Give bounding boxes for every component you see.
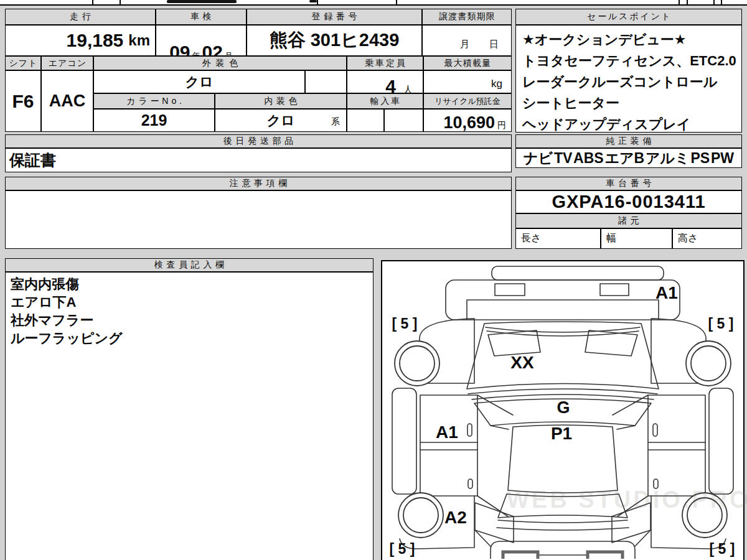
mileage-header: 走行	[5, 9, 156, 25]
inspector-line: ルーフラッピング	[11, 329, 368, 347]
equipment-item: PW	[711, 150, 734, 167]
registration-header: 登録番号	[247, 9, 422, 25]
tire-depth-rear-left: [ 5 ]	[390, 541, 415, 557]
mileage-value-cell: 19,185 km	[5, 25, 156, 56]
equipment-item: ナビ	[524, 149, 553, 168]
inspector-line: エアロ下A	[11, 293, 368, 311]
chassis-header: 車台番号	[515, 177, 742, 190]
later-shipping-value: 保証書	[5, 148, 512, 172]
exterior-color-value: クロ	[93, 70, 305, 93]
shift-header: シフト	[5, 56, 41, 70]
tire-depth-front-right: [ 5 ]	[708, 315, 734, 332]
spec-length-cell: 長さ	[515, 228, 601, 249]
inspector-line: 室内内張傷	[11, 275, 368, 293]
sales-point-line: ヘッドアップディスプレイ	[522, 114, 736, 135]
capacity-header: 乗車定員	[347, 56, 423, 70]
interior-color-cell: クロ 系	[215, 109, 347, 132]
interior-color-value: クロ	[266, 111, 294, 130]
spec-height-cell: 高さ	[672, 228, 742, 249]
equipment-header: 純正装備	[515, 134, 742, 148]
car-damage-diagram: WEB STUDIO.PRO	[381, 260, 745, 560]
exterior-color-header: 外装色	[93, 56, 347, 70]
spec-width-cell: 幅	[601, 228, 672, 249]
max-load-unit: kg	[491, 78, 502, 90]
car-outline-svg: A1 XX G P1 A1 A2 [ 5 ] [ 5 ] [ 5 ] [ 5 ]	[382, 261, 743, 559]
exterior-color-sub-cell	[305, 70, 347, 93]
sales-points-header: セールスポイント	[515, 9, 742, 25]
shift-value: F6	[5, 70, 41, 132]
recycle-fee-cell: 10,690 円	[423, 109, 512, 132]
transfer-deadline-header: 譲渡書類期限	[422, 9, 512, 25]
import-cell-a	[347, 109, 384, 132]
mark-windshield: G	[557, 398, 570, 417]
inspector-line: 社外マフラー	[11, 311, 368, 329]
deadline-day-label: 日	[489, 39, 499, 50]
equipment-item: ABS	[573, 150, 604, 167]
interior-color-suffix: 系	[331, 116, 340, 128]
sales-point-line: トヨタセーフティセンス、ETC2.0	[522, 50, 736, 72]
mileage-value: 19,185	[67, 30, 124, 51]
notes-body	[5, 190, 512, 249]
later-shipping-header: 後日発送部品	[5, 134, 512, 148]
sales-point-line: レーダークルーズコントロール	[522, 72, 736, 93]
color-no-value: 219	[93, 109, 215, 132]
aircon-value: AAC	[41, 70, 93, 132]
recycle-fee-value: 10,690	[443, 113, 495, 133]
inspector-header: 検査員記入欄	[5, 258, 374, 272]
equipment-item: PS	[690, 150, 710, 167]
notes-header: 注意事項欄	[5, 177, 512, 190]
inspector-body: 室内内張傷 エアロ下A 社外マフラー ルーフラッピング	[5, 272, 374, 560]
inspection-value-cell: 09 年 02 月	[156, 25, 247, 56]
import-header: 輸入車	[347, 93, 423, 109]
deadline-month-label: 月	[460, 39, 469, 50]
equipment-item: アルミ	[646, 149, 690, 168]
mark-hood: XX	[510, 353, 534, 372]
tire-depth-rear-right: [ 5 ]	[710, 541, 735, 557]
sales-points-body: ★オークションデビュー★ トヨタセーフティセンス、ETC2.0 レーダークルーズ…	[515, 25, 742, 133]
inspection-header: 車検	[156, 9, 247, 25]
capacity-value-cell: 4 人	[347, 70, 423, 93]
max-load-header: 最大積載量	[423, 56, 512, 70]
equipment-row: ナビ TV ABS エアB アルミ PS PW	[515, 148, 742, 168]
sales-point-line: シートヒーター	[522, 93, 736, 114]
recycle-fee-unit: 円	[497, 120, 506, 131]
tire-depth-front-left: [ 5 ]	[392, 315, 418, 332]
mark-rear-quarter-left: A2	[444, 508, 467, 527]
equipment-item: エアB	[604, 149, 644, 168]
max-load-cell: kg	[423, 70, 512, 93]
transfer-deadline-cell: 月 日	[422, 25, 512, 56]
cropped-table-row	[0, 0, 747, 6]
sales-point-line: ★オークションデビュー★	[522, 29, 736, 50]
chassis-value: GXPA16-0013411	[515, 190, 742, 213]
import-cell-b	[384, 109, 423, 132]
aircon-header: エアコン	[41, 56, 93, 70]
registration-value: 熊谷 301ヒ2439	[247, 25, 422, 56]
equipment-item: TV	[554, 150, 572, 167]
recycle-fee-header: リサイクル預託金	[423, 93, 512, 109]
mark-front-door-left: A1	[436, 422, 458, 442]
interior-color-header: 内装色	[215, 93, 347, 109]
mileage-unit: km	[128, 32, 150, 49]
color-no-header: カラーNo.	[93, 93, 215, 109]
auction-sheet: 走行 車検 登録番号 譲渡書類期限 19,185 km 09 年 02 月 熊谷…	[0, 0, 747, 560]
mark-roof: P1	[551, 424, 572, 443]
mark-front-bumper: A1	[655, 283, 678, 302]
specs-header: 諸元	[515, 213, 742, 228]
